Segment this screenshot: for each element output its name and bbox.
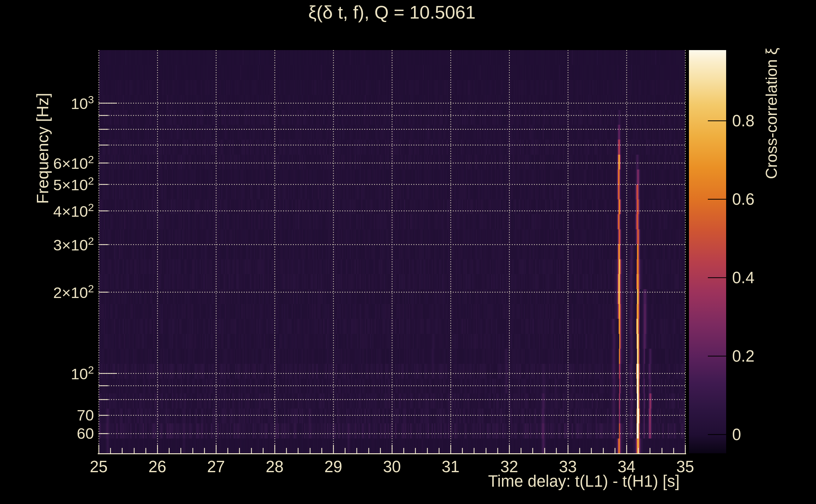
- y-tick-label: 102: [13, 364, 94, 382]
- colorbar-tick-label: 0.2: [732, 347, 755, 365]
- x-tick-label: 31: [428, 457, 473, 476]
- heatmap-canvas: [0, 0, 816, 504]
- x-tick-label: 32: [487, 457, 531, 476]
- x-tick-label: 29: [311, 457, 355, 476]
- y-tick-label: 3×102: [13, 235, 94, 254]
- colorbar-tick-label: 0.6: [732, 190, 755, 209]
- x-tick-label: 33: [546, 457, 590, 476]
- y-tick-label: 2×102: [13, 283, 94, 301]
- x-tick-label: 26: [135, 457, 179, 476]
- figure-root: { "page": { "background": "#000000", "te…: [0, 0, 816, 504]
- y-axis-label: Frequency [Hz]: [34, 38, 53, 259]
- colorbar-tick-label: 0.8: [732, 112, 755, 130]
- x-tick-label: 28: [253, 457, 297, 476]
- x-tick-label: 34: [604, 457, 649, 476]
- chart-title: ξ(δ t, f), Q = 10.5061: [99, 3, 685, 21]
- y-tick-label: 60: [13, 425, 94, 442]
- x-tick-label: 25: [77, 457, 121, 476]
- y-tick-label: 103: [13, 94, 94, 112]
- y-tick-label: 6×102: [13, 154, 94, 172]
- y-tick-label: 70: [13, 406, 94, 424]
- y-tick-label: 4×102: [13, 201, 94, 220]
- colorbar-label: Cross-correlation ξ: [764, 0, 781, 232]
- y-tick-label: 5×102: [13, 175, 94, 194]
- x-tick-label: 30: [370, 457, 414, 476]
- colorbar-tick-label: 0: [732, 425, 741, 444]
- x-tick-label: 35: [663, 457, 707, 476]
- colorbar-tick-label: 0.4: [732, 268, 755, 287]
- x-tick-label: 27: [194, 457, 238, 476]
